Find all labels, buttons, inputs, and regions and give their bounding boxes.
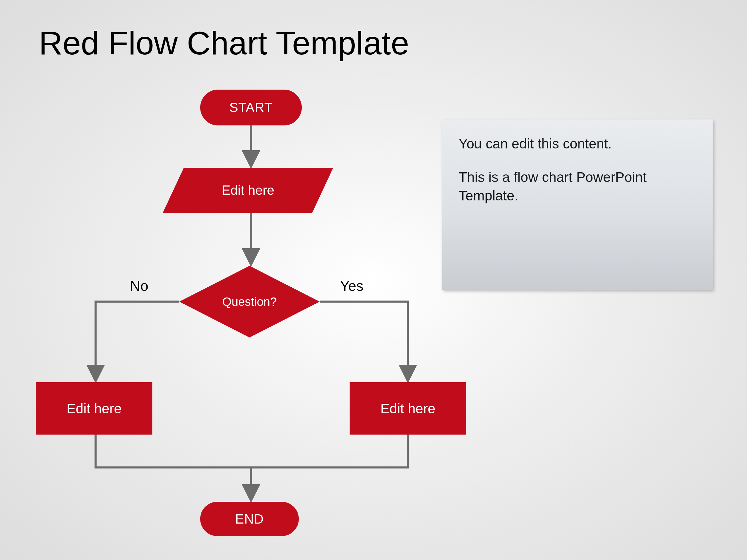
branch-label-no: No (130, 278, 148, 294)
process-node-left[interactable]: Edit here (36, 382, 152, 434)
slide-title: Red Flow Chart Template (39, 24, 409, 62)
input-node[interactable]: Edit here (173, 168, 323, 213)
info-line-1: You can edit this content. (459, 134, 696, 153)
decision-node[interactable]: Question? (179, 266, 320, 338)
input-node-label: Edit here (173, 168, 323, 213)
branch-label-yes: Yes (340, 278, 363, 294)
end-node[interactable]: END (200, 502, 299, 536)
process-node-right[interactable]: Edit here (350, 382, 466, 434)
info-textbox[interactable]: You can edit this content. This is a flo… (442, 119, 713, 290)
info-line-2: This is a flow chart PowerPoint Template… (459, 168, 696, 205)
start-node[interactable]: START (200, 89, 302, 126)
